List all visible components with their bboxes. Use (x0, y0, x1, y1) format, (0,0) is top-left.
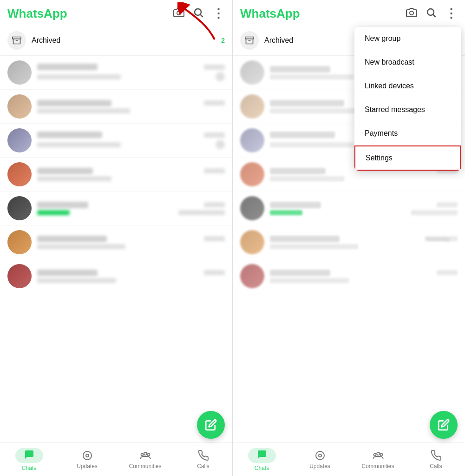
svg-point-10 (147, 453, 150, 456)
avatar (7, 230, 32, 254)
svg-rect-14 (245, 37, 254, 39)
svg-point-6 (83, 451, 92, 460)
left-search-icon[interactable] (193, 7, 204, 21)
chat-content (37, 202, 225, 215)
right-compose-fab[interactable] (430, 411, 458, 439)
left-archived-count: 2 (221, 37, 225, 44)
table-row[interactable] (0, 124, 232, 158)
svg-point-18 (377, 452, 380, 455)
compose-icon (205, 419, 217, 431)
avatar (240, 60, 264, 85)
left-nav-communities[interactable]: Communities (116, 443, 174, 476)
dropdown-item-starred-messages[interactable]: Starred messages (354, 98, 461, 122)
avatar (7, 162, 32, 186)
right-app-title: WhatsApp (240, 7, 406, 21)
svg-point-17 (319, 454, 321, 457)
left-nav-calls[interactable]: Calls (174, 443, 232, 476)
right-nav-chats-label: Chats (255, 465, 269, 471)
left-chat-list (0, 56, 232, 443)
left-archive-icon (7, 31, 26, 50)
dropdown-item-linked-devices[interactable]: Linked devices (354, 74, 461, 98)
left-header: WhatsApp ⋮ (0, 0, 232, 26)
right-nav-calls[interactable]: Calls (407, 443, 465, 476)
table-row (233, 192, 465, 225)
right-updates-nav-icon (314, 450, 326, 461)
svg-point-11 (410, 11, 413, 15)
right-chats-icon-bg (248, 448, 276, 463)
avatar (240, 196, 264, 220)
table-row[interactable] (0, 158, 232, 192)
dropdown-item-settings[interactable]: Settings (354, 145, 461, 171)
left-nav-updates-label: Updates (77, 463, 98, 469)
avatar (7, 128, 32, 152)
communities-nav-icon (139, 450, 151, 461)
chats-nav-icon (24, 449, 35, 460)
updates-nav-icon (82, 450, 93, 461)
svg-point-0 (177, 11, 181, 15)
calls-nav-icon (198, 450, 209, 461)
chat-content (37, 236, 225, 249)
avatar (7, 196, 32, 220)
left-nav-communities-label: Communities (129, 463, 161, 469)
table-row (233, 259, 465, 293)
left-archived-row[interactable]: Archived 2 (0, 26, 232, 56)
avatar (7, 60, 32, 85)
table-row[interactable] (0, 225, 232, 259)
avatar (7, 264, 32, 288)
left-bottom-nav: Chats Updates Communities Calls (0, 443, 232, 476)
left-nav-updates[interactable]: Updates (58, 443, 116, 476)
avatar (240, 128, 264, 152)
svg-rect-4 (13, 37, 21, 39)
svg-line-13 (433, 14, 435, 16)
avatar (240, 162, 264, 186)
right-nav-communities[interactable]: Communities (349, 443, 407, 476)
left-panel: WhatsApp ⋮ (0, 0, 232, 476)
left-nav-chats[interactable]: Chats (0, 443, 58, 476)
right-nav-updates-label: Updates (309, 463, 330, 469)
avatar (240, 264, 264, 288)
table-row: Yesterday (233, 225, 465, 259)
table-row[interactable] (0, 192, 232, 225)
chat-content (270, 270, 458, 283)
right-chats-nav-icon (256, 449, 268, 460)
svg-point-8 (144, 452, 147, 455)
left-app-title: WhatsApp (7, 7, 173, 21)
left-nav-chats-label: Chats (22, 465, 36, 471)
dropdown-menu: New group New broadcast Linked devices S… (354, 27, 461, 171)
chat-content (37, 100, 225, 113)
chat-content (37, 64, 225, 81)
svg-point-7 (86, 454, 89, 457)
right-nav-chats[interactable]: Chats (233, 443, 291, 476)
left-camera-icon[interactable] (173, 7, 184, 21)
table-row[interactable] (0, 56, 232, 90)
right-nav-updates[interactable]: Updates (291, 443, 349, 476)
table-row[interactable] (0, 259, 232, 293)
right-more-icon[interactable]: ⋮ (445, 7, 458, 21)
chat-content: Yesterday (270, 236, 458, 249)
svg-line-2 (201, 14, 203, 16)
avatar (7, 94, 32, 119)
svg-point-16 (316, 451, 324, 460)
right-search-icon[interactable] (426, 7, 437, 21)
chat-content (37, 132, 225, 149)
chats-icon-bg (15, 448, 43, 463)
left-header-icons: ⋮ (173, 7, 225, 21)
table-row[interactable] (0, 90, 232, 124)
right-communities-nav-icon (372, 450, 384, 461)
right-header-icons: ⋮ (406, 7, 458, 21)
left-more-icon[interactable]: ⋮ (212, 7, 225, 21)
svg-point-9 (141, 453, 143, 456)
right-nav-calls-label: Calls (430, 463, 442, 469)
dropdown-item-new-group[interactable]: New group (354, 27, 461, 51)
right-panel: WhatsApp ⋮ (232, 0, 465, 476)
dropdown-item-new-broadcast[interactable]: New broadcast (354, 51, 461, 74)
dropdown-item-payments[interactable]: Payments (354, 122, 461, 145)
right-bottom-nav: Chats Updates Communities Calls (233, 443, 465, 476)
left-nav-calls-label: Calls (197, 463, 210, 469)
chat-content (37, 168, 225, 181)
avatar (240, 94, 264, 119)
right-camera-icon[interactable] (406, 7, 417, 21)
chat-content (270, 202, 458, 215)
compose-fab[interactable] (197, 411, 225, 439)
right-calls-nav-icon (431, 450, 442, 461)
